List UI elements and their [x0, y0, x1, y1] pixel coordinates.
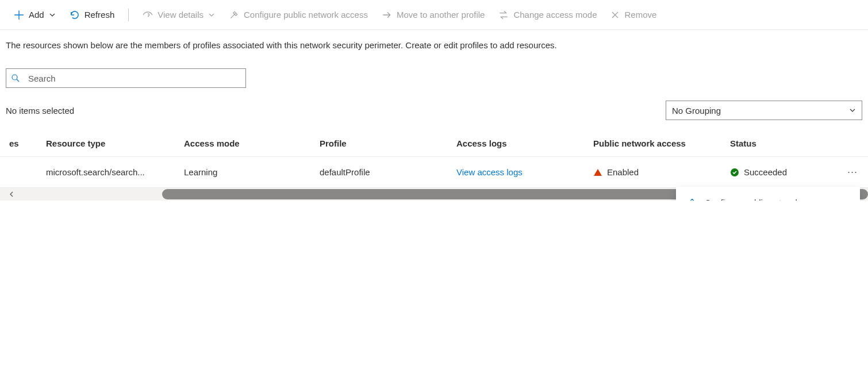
success-icon — [730, 168, 739, 177]
view-access-logs-link[interactable]: View access logs — [456, 167, 523, 177]
cell-status: Succeeded — [744, 167, 787, 177]
arrow-right-icon — [382, 10, 392, 20]
table-header-row: es Resource type Access mode Profile Acc… — [0, 130, 868, 157]
description-text: The resources shown below are the member… — [0, 30, 868, 52]
cell-resource-type: microsoft.search/search... — [46, 157, 184, 188]
column-status[interactable]: Status — [730, 130, 834, 157]
command-bar: Add Refresh View details Configure publi… — [0, 0, 868, 30]
eye-icon — [143, 10, 153, 20]
add-button[interactable]: Add — [8, 6, 62, 24]
svg-point-0 — [12, 75, 17, 80]
close-icon — [610, 10, 620, 20]
cell-access-mode: Learning — [184, 157, 320, 188]
refresh-icon — [70, 10, 80, 20]
remove-label: Remove — [624, 10, 656, 20]
remove-button[interactable]: Remove — [605, 6, 662, 23]
resources-table: es Resource type Access mode Profile Acc… — [0, 130, 868, 188]
search-box[interactable] — [6, 68, 246, 88]
row-context-menu: Configure public network access Move to … — [676, 187, 860, 201]
search-container — [0, 52, 868, 98]
view-details-label: View details — [158, 10, 203, 20]
ctx-configure-pna-label: Configure public network access — [705, 198, 829, 201]
swap-icon — [498, 10, 509, 20]
view-details-button[interactable]: View details — [137, 6, 221, 24]
move-profile-label: Move to another profile — [397, 10, 485, 20]
toolbar-separator — [128, 9, 129, 21]
refresh-button[interactable]: Refresh — [64, 6, 121, 24]
cell-profile: defaultProfile — [320, 157, 456, 188]
chevron-down-icon — [49, 11, 56, 18]
grouping-dropdown[interactable]: No Grouping — [666, 101, 862, 120]
row-more-button[interactable]: ··· — [834, 157, 868, 188]
plug-icon — [229, 10, 239, 20]
column-public-network-access[interactable]: Public network access — [593, 130, 730, 157]
add-label: Add — [29, 10, 44, 20]
table-row[interactable]: microsoft.search/search... Learning defa… — [0, 157, 868, 188]
change-access-button[interactable]: Change access mode — [493, 6, 602, 24]
table-container: es Resource type Access mode Profile Acc… — [0, 130, 868, 201]
grouping-value: No Grouping — [672, 106, 721, 116]
column-resource-type[interactable]: Resource type — [46, 130, 184, 157]
selection-text: No items selected — [6, 106, 74, 116]
chevron-down-icon — [849, 107, 856, 114]
mid-row: No items selected No Grouping — [0, 98, 868, 130]
search-input[interactable] — [20, 73, 241, 84]
configure-pna-label: Configure public network access — [244, 10, 368, 20]
configure-pna-button[interactable]: Configure public network access — [223, 6, 374, 24]
chevron-down-icon — [208, 11, 215, 18]
cell-pna: Enabled — [607, 167, 639, 177]
ctx-configure-pna[interactable]: Configure public network access — [676, 190, 860, 201]
change-access-label: Change access mode — [513, 10, 597, 20]
plus-icon — [14, 10, 24, 20]
scroll-left-arrow[interactable] — [0, 190, 23, 199]
column-access-logs[interactable]: Access logs — [456, 130, 593, 157]
column-profile[interactable]: Profile — [320, 130, 456, 157]
refresh-label: Refresh — [85, 10, 115, 20]
column-es[interactable]: es — [0, 130, 46, 157]
column-access-mode[interactable]: Access mode — [184, 130, 320, 157]
search-icon — [11, 74, 20, 83]
move-profile-button[interactable]: Move to another profile — [376, 6, 490, 24]
plug-icon — [686, 197, 697, 201]
warning-icon — [593, 168, 602, 177]
